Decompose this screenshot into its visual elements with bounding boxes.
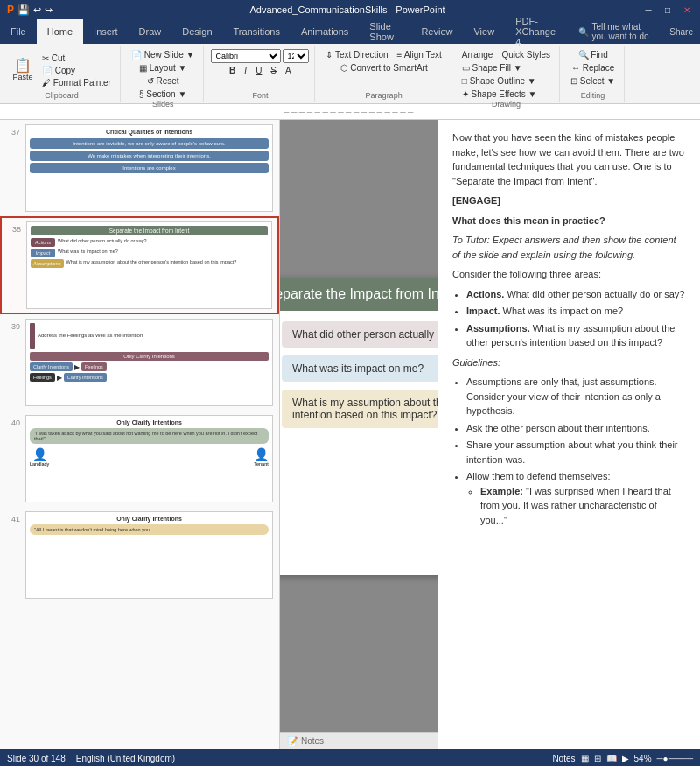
copy-button[interactable]: 📄 Copy xyxy=(38,65,115,76)
content-tutor: To Tutor: Expect answers and then show t… xyxy=(452,235,676,260)
s41-title: Only Clarify Intentions xyxy=(30,516,269,522)
redo-icon[interactable]: ↪ xyxy=(45,4,52,16)
tab-animations[interactable]: Animations xyxy=(290,19,359,44)
s37-box-3: Intentions are complex xyxy=(30,163,269,173)
view-slideshow-button[interactable]: ▶ xyxy=(622,754,629,763)
s40-bubble: "I was taken aback by what you said abou… xyxy=(30,428,269,444)
new-slide-button[interactable]: 📄 New Slide ▼ xyxy=(128,49,198,60)
align-text-button[interactable]: ≡ Align Text xyxy=(394,49,445,60)
slides-label: Slides xyxy=(152,100,174,110)
s39-arrow-1: ▶ xyxy=(74,363,80,371)
shape-fill-button[interactable]: ▭ Shape Fill ▼ xyxy=(458,62,526,74)
replace-button[interactable]: ↔ Replace xyxy=(568,62,618,74)
zoom-slider[interactable]: ─●──── xyxy=(657,754,693,763)
text-direction-button[interactable]: ⇕ Text Direction xyxy=(322,49,391,60)
reset-button[interactable]: ↺ Reset xyxy=(144,75,183,87)
tab-review[interactable]: Review xyxy=(410,19,463,44)
quick-save-icon[interactable]: 💾 xyxy=(18,4,30,16)
s38-assumptions-label: Assumptions xyxy=(31,259,64,268)
slide-canvas-wrapper: Separate the Impact from Intent Actions … xyxy=(280,120,438,732)
drawing-label: Drawing xyxy=(492,100,521,110)
view-slide-sorter-button[interactable]: ⊞ xyxy=(594,754,601,763)
status-right: Notes ▦ ⊞ 📖 ▶ 54% ─●──── xyxy=(552,754,693,763)
ruler: ─ ─ ─ ─ ─ ─ ─ ─ ─ ─ ─ ─ ─ ─ ─ ─ ─ xyxy=(0,104,700,120)
s39-only-label: Only Clarify Intentions xyxy=(30,352,269,361)
tab-design[interactable]: Design xyxy=(172,19,222,44)
status-left: Slide 30 of 148 English (United Kingdom) xyxy=(7,754,175,763)
tab-pdf[interactable]: PDF-XChange 4 xyxy=(505,19,570,44)
bold-button[interactable]: B xyxy=(226,65,239,76)
slide-number-38: 38 xyxy=(7,225,21,309)
underline-button[interactable]: U xyxy=(252,65,265,76)
s38-actions-text: What did other person actually do or say… xyxy=(58,238,268,243)
s38-title: Separate the Impact from Intent xyxy=(31,226,268,235)
content-g2: Ask the other person about their intenti… xyxy=(466,421,686,436)
arrange-button[interactable]: Arrange xyxy=(458,49,497,60)
strikethrough-button[interactable]: S xyxy=(267,65,280,76)
shape-outline-button[interactable]: □ Shape Outline ▼ xyxy=(458,75,540,87)
s37-title: Critical Qualities of Intentions xyxy=(30,129,269,135)
quick-styles-button[interactable]: Quick Styles xyxy=(498,49,554,60)
tell-me-input[interactable]: 🔍 Tell me what you want to do xyxy=(571,19,663,44)
tab-slideshow[interactable]: Slide Show xyxy=(359,19,410,44)
s39-clarify: Clarify Intentions xyxy=(30,362,73,371)
s38-row-actions: Actions What did other person actually d… xyxy=(31,238,268,247)
font-family-select[interactable]: Calibri xyxy=(211,49,281,63)
undo-icon[interactable]: ↩ xyxy=(33,4,41,16)
find-button[interactable]: 🔍 Find xyxy=(575,49,612,60)
s39-clarify2: Clarify Intentions xyxy=(64,373,107,382)
font-color-button[interactable]: A xyxy=(282,65,295,76)
slide-item-37[interactable]: 37 Critical Qualities of Intentions Inte… xyxy=(0,120,279,216)
tab-insert[interactable]: Insert xyxy=(83,19,129,44)
select-button[interactable]: ⊡ Select ▼ xyxy=(567,75,619,87)
tab-view[interactable]: View xyxy=(463,19,505,44)
slide-item-41[interactable]: 41 Only Clarify Intentions "All I meant … xyxy=(0,507,279,603)
slide-desc-actions: What did other person actually do or say… xyxy=(282,321,438,348)
cut-button[interactable]: ✂ Cut xyxy=(38,53,115,64)
s39-feelings2: Feelings xyxy=(30,373,55,382)
font-label: Font xyxy=(252,91,268,102)
close-button[interactable]: ✕ xyxy=(681,4,693,16)
paragraph-label: Paragraph xyxy=(366,91,402,102)
maximize-button[interactable]: □ xyxy=(662,4,674,16)
ribbon: File Home Insert Draw Design Transitions… xyxy=(0,19,700,104)
tab-home[interactable]: Home xyxy=(37,19,83,44)
convert-smartart-button[interactable]: ⬡ Convert to SmartArt xyxy=(337,62,431,74)
shape-effects-button[interactable]: ✦ Shape Effects ▼ xyxy=(458,88,541,100)
slide-item-38[interactable]: 38 Separate the Impact from Intent Actio… xyxy=(0,216,279,314)
tab-transitions[interactable]: Transitions xyxy=(223,19,290,44)
italic-button[interactable]: I xyxy=(241,65,250,76)
slide-number-40: 40 xyxy=(6,418,20,502)
minimize-button[interactable]: ─ xyxy=(642,4,654,16)
tab-file[interactable]: File xyxy=(0,19,37,44)
slide-thumb-41: Only Clarify Intentions "All I meant is … xyxy=(25,511,273,599)
slide-panel[interactable]: 37 Critical Qualities of Intentions Inte… xyxy=(0,120,280,749)
layout-button[interactable]: ▦ Layout ▼ xyxy=(136,62,190,74)
slide-thumb-40: Only Clarify Intentions "I was taken aba… xyxy=(25,415,273,502)
s40-avatars: 👤 Landlady 👤 Tenant xyxy=(30,447,269,467)
s39-row-1: Clarify Intentions ▶ Feelings xyxy=(30,362,269,371)
share-button[interactable]: Share xyxy=(662,19,700,44)
font-size-select[interactable]: 12 xyxy=(283,49,309,63)
notes-bar[interactable]: 📝 Notes xyxy=(280,732,438,749)
slide-item-39[interactable]: 39 Address the Feelings as Well as the I… xyxy=(0,314,279,411)
slide-number-39: 39 xyxy=(6,322,20,406)
slide-desc-assumptions: What is my assumption about the other pe… xyxy=(282,390,438,428)
slide-item-40[interactable]: 40 Only Clarify Intentions "I was taken … xyxy=(0,411,279,507)
content-g4: Allow them to defend themselves: Example… xyxy=(466,469,686,527)
s38-assumptions-text: What is my assumption about the other pe… xyxy=(66,259,269,264)
view-reading-button[interactable]: 📖 xyxy=(606,754,617,763)
section-button[interactable]: § Section ▼ xyxy=(136,88,190,100)
s40-landlady: Landlady xyxy=(30,461,49,467)
paste-button[interactable]: 📋 Paste xyxy=(9,57,37,83)
slide-main-header: Separate the Impact from Intent xyxy=(280,278,438,311)
format-painter-button[interactable]: 🖌 Format Painter xyxy=(38,77,115,88)
notes-icon: 📝 xyxy=(287,736,298,746)
notes-status-button[interactable]: Notes xyxy=(552,754,575,763)
tab-draw[interactable]: Draw xyxy=(129,19,172,44)
view-normal-button[interactable]: ▦ xyxy=(581,754,589,763)
s39-feelings: Feelings xyxy=(81,362,107,371)
s39-accent xyxy=(30,323,35,349)
powerpoint-icon: P xyxy=(7,4,14,16)
paragraph-group: ⇕ Text Direction ≡ Align Text ⬡ Convert … xyxy=(317,46,451,102)
